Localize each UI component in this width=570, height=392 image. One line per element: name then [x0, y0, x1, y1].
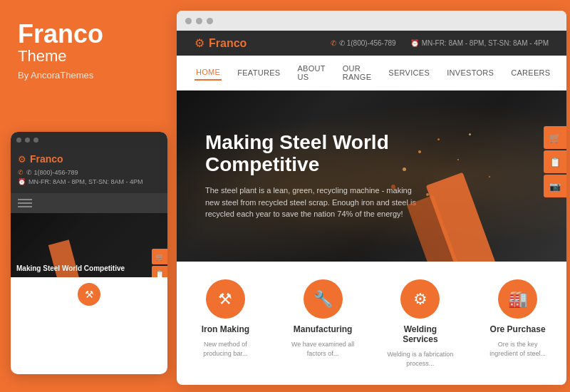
mobile-phone-row: ✆ ✆ 1(800)-456-789 [18, 169, 160, 176]
nav-item-range[interactable]: OUR RANGE [341, 61, 373, 84]
service-manufacturing: 🔧 Manufacturing We have examined all fac… [289, 279, 358, 368]
desktop-dot-2 [196, 18, 202, 24]
desktop-nav: HOME FEATURES ABOUT US OUR RANGE SERVICE… [177, 56, 566, 91]
mobile-icon-circle: ⚒ [78, 283, 100, 306]
ore-desc: Ore is the key ingredient of steel... [483, 340, 552, 358]
theme-author: By AncoraThemes [18, 70, 153, 81]
mobile-gear-icon: ⚙ [18, 154, 26, 165]
welding-label: Welding Services [386, 324, 455, 344]
nav-item-about[interactable]: ABOUT US [296, 61, 326, 84]
hamburger-line-2 [18, 202, 32, 204]
hamburger-line-1 [18, 199, 32, 200]
desktop-browser-bar [177, 11, 566, 31]
mobile-hours-row: ⏰ MN-FR: 8AM - 8PM, ST-SN: 8AM - 4PM [18, 178, 160, 185]
nav-item-careers[interactable]: CAREERS [509, 66, 551, 80]
welding-desc: Welding is a fabrication process... [386, 350, 455, 368]
desktop-hero-content: Making Steel World Competitive The steel… [205, 132, 422, 220]
mobile-preview: ⚙ Franco ✆ ✆ 1(800)-456-789 ⏰ MN-FR: 8AM… [11, 132, 167, 374]
mobile-hero-text: Making Steel World Competitive [16, 264, 125, 273]
manufacturing-desc: We have examined all factors of... [289, 340, 358, 358]
desktop-side-btn-list[interactable]: 📋 [544, 150, 566, 173]
mobile-phone-text: ✆ 1(800)-456-789 [26, 169, 78, 176]
mobile-side-buttons: 🛒 📋 📷 [152, 249, 167, 277]
desktop-icons-section: ⚒ Iron Making New method of producing ba… [177, 262, 566, 378]
desktop-side-btn-camera[interactable]: 📷 [544, 175, 566, 197]
welding-icon-circle: ⚙ [400, 279, 440, 319]
service-welding: ⚙ Welding Services Welding is a fabricat… [386, 279, 455, 368]
service-ore-purchase: 🏭 Ore Purchase Ore is the key ingredient… [483, 279, 552, 368]
iron-making-desc: New method of producing bar... [191, 340, 260, 358]
desktop-hero: Making Steel World Competitive The steel… [177, 91, 566, 262]
desktop-preview: ⚙ Franco ✆ ✆ 1(800)-456-789 ⏰ MN-FR: 8AM… [177, 11, 566, 385]
mobile-hours-text: MN-FR: 8AM - 8PM, ST-SN: 8AM - 4PM [28, 178, 143, 185]
left-panel: Franco Theme By AncoraThemes ⚙ Franco ✆ … [0, 0, 171, 392]
desktop-hero-title: Making Steel World Competitive [205, 132, 422, 176]
desktop-logo-text: Franco [209, 37, 247, 50]
mobile-dot-3 [33, 138, 38, 143]
ore-icon: 🏭 [508, 290, 527, 309]
manufacturing-icon-circle: 🔧 [304, 279, 343, 319]
manufacturing-label: Manufacturing [294, 324, 353, 334]
iron-making-icon: ⚒ [218, 290, 232, 309]
desktop-dot-3 [207, 18, 213, 24]
theme-subtitle: Theme [18, 47, 153, 66]
mobile-bottom: ⚒ [11, 277, 167, 311]
theme-title: Franco [18, 21, 153, 47]
nav-item-investors[interactable]: INVESTORS [445, 66, 495, 80]
mobile-dot-2 [25, 138, 30, 143]
manufacturing-icon: 🔧 [314, 290, 333, 309]
desktop-side-buttons: 🛒 📋 📷 [544, 126, 566, 199]
iron-making-icon-circle: ⚒ [206, 279, 245, 319]
hamburger-line-3 [18, 206, 32, 207]
desktop-header-right: ✆ ✆ 1(800)-456-789 ⏰ MN-FR: 8AM - 8PM, S… [331, 39, 549, 47]
iron-making-label: Iron Making [202, 324, 249, 334]
mobile-cart-btn-1[interactable]: 🛒 [152, 249, 167, 264]
mobile-hero: Making Steel World Competitive 🛒 📋 📷 [11, 213, 167, 277]
nav-item-services[interactable]: SERVICES [387, 66, 431, 80]
mobile-header: ⚙ Franco ✆ ✆ 1(800)-456-789 ⏰ MN-FR: 8AM… [11, 148, 167, 193]
mobile-dot-1 [16, 138, 21, 143]
ore-label: Ore Purchase [490, 324, 546, 334]
welding-icon: ⚙ [413, 290, 428, 309]
desktop-hero-subtitle: The steel plant is a lean, green, recycl… [205, 185, 422, 220]
nav-item-features[interactable]: FEATURES [236, 66, 281, 80]
desktop-phone-text: ✆ 1(800)-456-789 [339, 39, 396, 47]
desktop-logo-area: ⚙ Franco [195, 36, 247, 50]
desktop-dot-1 [185, 18, 192, 24]
service-iron-making: ⚒ Iron Making New method of producing ba… [191, 279, 260, 368]
mobile-cart-btn-2[interactable]: 📋 [152, 266, 167, 277]
desktop-phone-contact: ✆ ✆ 1(800)-456-789 [331, 39, 396, 47]
desktop-hours-contact: ⏰ MN-FR: 8AM - 8PM, ST-SN: 8AM - 4PM [410, 39, 549, 47]
desktop-site-header: ⚙ Franco ✆ ✆ 1(800)-456-789 ⏰ MN-FR: 8AM… [177, 31, 566, 56]
mobile-nav [11, 193, 167, 213]
mobile-browser-bar [11, 132, 167, 148]
nav-item-home[interactable]: HOME [195, 65, 222, 81]
mobile-logo-row: ⚙ Franco [18, 153, 160, 165]
desktop-hours-text: MN-FR: 8AM - 8PM, ST-SN: 8AM - 4PM [422, 39, 549, 47]
mobile-logo-text: Franco [30, 153, 63, 165]
phone-icon: ✆ [331, 39, 336, 47]
desktop-side-btn-cart[interactable]: 🛒 [544, 126, 566, 149]
mobile-clock-icon: ⏰ [18, 178, 26, 185]
ore-icon-circle: 🏭 [498, 279, 537, 319]
mobile-phone-icon: ✆ [18, 169, 24, 176]
clock-icon: ⏰ [410, 39, 419, 47]
desktop-gear-icon: ⚙ [195, 36, 204, 50]
nav-item-contacts[interactable]: CONTACTS [566, 66, 567, 80]
